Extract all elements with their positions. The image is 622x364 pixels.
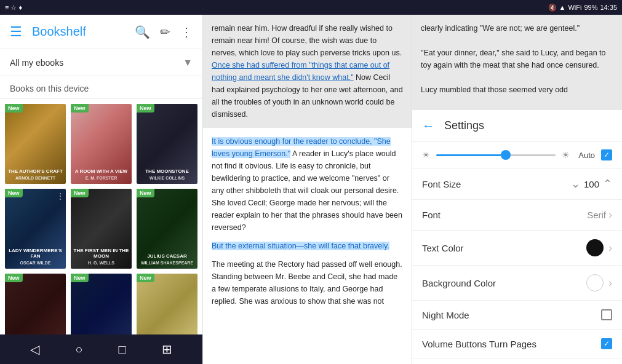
search-icon[interactable]: 🔍	[135, 25, 150, 39]
auto-brightness-checkbox[interactable]: ✓	[601, 149, 612, 160]
book-title: LADY WINDERMERE'S FAN	[7, 248, 63, 259]
menu-icon[interactable]: ☰	[10, 24, 22, 40]
book-author: ARNOLD BENNETT	[15, 176, 55, 180]
edit-icon[interactable]: ✏	[160, 25, 170, 39]
book-author: WILLIAM SHAKESPEARE	[141, 261, 193, 265]
my-ebooks-bar[interactable]: All my ebooks ▼	[0, 49, 202, 76]
auto-label: Auto	[578, 151, 595, 160]
settings-panel: clearly indicating "We are not; we are g…	[412, 15, 622, 364]
brightness-high-icon: ☀	[562, 150, 570, 160]
night-mode-row[interactable]: Night Mode	[412, 301, 622, 330]
status-left-icons: ≡ ☆ ♦	[5, 4, 22, 12]
settings-reading-content-2: "Eat your dinner, dear," she said to Luc…	[421, 49, 606, 69]
text-color-swatch	[586, 239, 604, 256]
volume-buttons-label: Volume Buttons Turn Pages	[422, 339, 601, 349]
brightness-low-icon: ☀	[422, 150, 430, 160]
text-color-chevron-icon: ›	[608, 242, 612, 255]
reader-panel: remain near him. How dreadful if she rea…	[203, 15, 412, 364]
font-size-value: 100	[584, 179, 599, 189]
settings-reading-text: clearly indicating "We are not; we are g…	[412, 15, 622, 110]
settings-overlay: ← Settings ☀ ☀ Auto ✓ Font Size ⌄ 100 ⌃	[412, 110, 622, 364]
settings-header: ← Settings	[412, 110, 622, 142]
my-ebooks-text: All my ebooks	[10, 58, 183, 68]
new-badge: New	[71, 274, 89, 282]
font-chevron-icon: ›	[608, 208, 612, 221]
more-icon[interactable]: ⋮	[180, 25, 193, 39]
background-color-label: Background Color	[422, 278, 586, 288]
main-layout: ☰ Bookshelf 🔍 ✏ ⋮ All my ebooks ▼ Books …	[0, 15, 622, 364]
books-grid: New THE AUTHOR'S CRAFT ARNOLD BENNETT Ne…	[0, 99, 202, 334]
new-badge: New	[71, 104, 89, 113]
brightness-thumb	[501, 150, 511, 160]
volume-buttons-checkbox[interactable]: ✓	[601, 338, 612, 349]
list-item[interactable]: New	[137, 274, 197, 334]
list-item[interactable]: New THE FIRST MEN IN THE MOON H. G. WELL…	[71, 189, 132, 269]
bottom-nav: ◁ ○ □ ⊞	[0, 334, 202, 364]
background-color-swatch	[586, 274, 604, 291]
books-on-device-label: Books on this device	[0, 76, 202, 99]
reader-final-para: The meeting at the Rectory had passed of…	[212, 258, 403, 307]
background-color-row[interactable]: Background Color ›	[412, 266, 622, 301]
settings-reading-content: clearly indicating "We are not; we are g…	[421, 24, 580, 33]
list-item[interactable]: New	[71, 274, 132, 334]
volume-buttons-row[interactable]: Volume Buttons Turn Pages ✓	[412, 330, 622, 358]
new-badge: New	[137, 274, 154, 282]
background-color-chevron-icon: ›	[608, 277, 612, 290]
settings-title: Settings	[444, 119, 484, 132]
book-title: THE FIRST MEN IN THE MOON	[73, 248, 129, 259]
text-color-label: Text Color	[422, 243, 586, 253]
recent-button[interactable]: □	[119, 342, 126, 357]
settings-back-button[interactable]: ←	[422, 119, 434, 133]
list-item[interactable]: New A ROOM WITH A VIEW E. M. FORSTER	[71, 104, 132, 184]
list-item[interactable]: New THE AUTHOR'S CRAFT ARNOLD BENNETT	[5, 104, 66, 184]
book-title: A ROOM WITH A VIEW	[75, 169, 127, 175]
reader-content: remain near him. How dreadful if she rea…	[203, 15, 412, 364]
list-item[interactable]: New ⋮ LADY WINDERMERE'S FAN OSCAR WILDE	[5, 189, 66, 269]
book-author: H. G. WELLS	[88, 261, 114, 265]
battery-level: 99%	[584, 4, 597, 11]
new-badge: New	[5, 104, 23, 113]
font-value: Serif	[587, 210, 606, 220]
font-label: Font	[422, 210, 587, 220]
bookshelf-header: ☰ Bookshelf 🔍 ✏ ⋮	[0, 15, 202, 49]
book-title: JULIUS CAESAR	[147, 254, 186, 259]
reader-blue-highlight-2: But the external situation—she will face…	[212, 242, 389, 250]
apps-button[interactable]: ⊞	[162, 342, 172, 357]
list-item[interactable]: New THE MOONSTONE WILKIE COLLINS	[137, 104, 197, 184]
book-author: OSCAR WILDE	[20, 261, 51, 265]
home-button[interactable]: ○	[75, 342, 82, 357]
new-badge: New	[71, 189, 89, 197]
status-bar: ≡ ☆ ♦ 🔇 ▲ WiFi 99% 14:35	[0, 0, 622, 15]
font-size-increase-button[interactable]: ⌃	[603, 177, 612, 191]
font-size-row: Font Size ⌄ 100 ⌃	[412, 168, 622, 200]
settings-reading-content-3: Lucy mumbled that those seemed very odd	[421, 85, 568, 94]
reader-top-section: remain near him. How dreadful if she rea…	[203, 15, 412, 128]
night-mode-label: Night Mode	[422, 310, 601, 320]
font-size-controls: ⌄ 100 ⌃	[571, 177, 612, 191]
reader-text-2: A reader in Lucy's place would not find …	[212, 149, 402, 232]
new-badge: New	[137, 104, 154, 113]
brightness-slider[interactable]	[436, 154, 556, 156]
notification-icons: ≡ ☆ ♦	[5, 4, 22, 12]
wifi-icon: WiFi	[568, 4, 581, 11]
mute-icon: 🔇	[548, 4, 557, 12]
book-more-icon[interactable]: ⋮	[56, 191, 65, 201]
font-row[interactable]: Font Serif ›	[412, 200, 622, 231]
new-badge: New	[5, 189, 23, 197]
font-size-decrease-button[interactable]: ⌄	[571, 177, 580, 191]
text-color-row[interactable]: Text Color ›	[412, 231, 622, 266]
new-badge: New	[5, 274, 23, 282]
book-title: THE AUTHOR'S CRAFT	[8, 169, 63, 175]
header-icons: 🔍 ✏ ⋮	[135, 25, 193, 39]
book-title: THE MOONSTONE	[145, 169, 189, 175]
bookshelf-title: Bookshelf	[32, 25, 135, 39]
font-size-label: Font Size	[422, 179, 571, 189]
signal-icon: ▲	[559, 4, 566, 11]
reader-top-text: remain near him. How dreadful if she rea…	[212, 24, 402, 57]
dropdown-arrow-icon: ▼	[183, 57, 193, 68]
book-author: E. M. FORSTER	[86, 176, 118, 180]
list-item[interactable]: New JULIUS CAESAR WILLIAM SHAKESPEARE	[137, 189, 197, 269]
night-mode-checkbox[interactable]	[601, 309, 612, 320]
back-button[interactable]: ◁	[30, 342, 39, 357]
list-item[interactable]: New	[5, 274, 66, 334]
